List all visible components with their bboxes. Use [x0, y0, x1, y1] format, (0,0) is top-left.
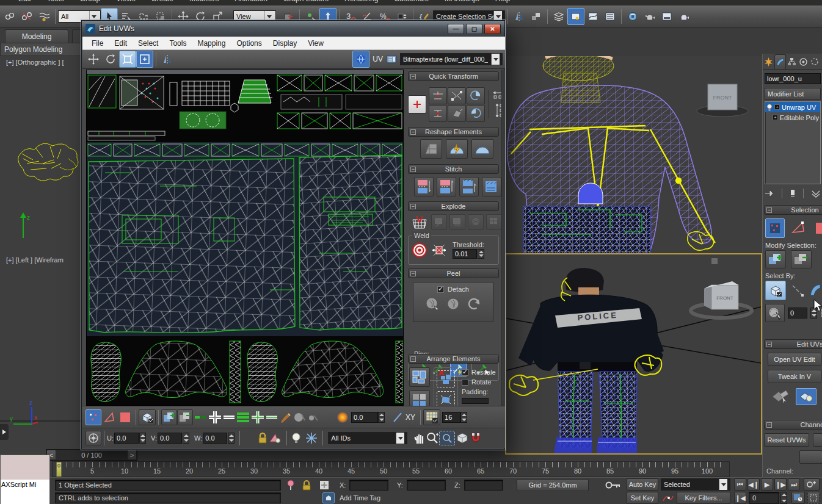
menu-mapping[interactable]: Mapping — [192, 39, 231, 48]
rotate-checkbox[interactable] — [462, 379, 468, 386]
rescale-elements-icon[interactable] — [437, 370, 455, 387]
auto-key-button[interactable]: Auto Key — [627, 478, 658, 491]
vertex-mode-button[interactable] — [765, 218, 785, 238]
zoom-icon[interactable] — [426, 431, 439, 445]
detach-checkbox[interactable] — [437, 286, 444, 293]
go-to-end-button[interactable]: ⏭ — [788, 478, 800, 491]
explode-by-smoothing-icon[interactable] — [468, 214, 484, 230]
reset-uvws-button[interactable]: Reset UVWs — [764, 433, 809, 447]
frame-spinner[interactable] — [780, 492, 787, 504]
viewport-perspective-active[interactable]: FRONT POLICE — [505, 253, 762, 455]
falloff-value-field[interactable]: 0.0 — [351, 412, 378, 423]
modifier-stack-item[interactable]: +Editable Poly — [765, 112, 820, 123]
straighten-selection-icon[interactable] — [420, 139, 442, 159]
menu-file[interactable]: File — [86, 39, 109, 48]
render-setup-icon[interactable] — [641, 8, 658, 25]
align-icon[interactable] — [528, 8, 545, 25]
uv-face-mode-button[interactable] — [117, 409, 133, 425]
selection-lock-toggle-icon[interactable] — [302, 480, 311, 491]
shrink-loop-icon[interactable] — [222, 410, 236, 425]
absolute-offset-toggle[interactable] — [85, 431, 101, 445]
texture-combo[interactable]: Bitmaptexture (lowr_diff_000_ — [400, 53, 503, 65]
maxscript-mini-listener[interactable]: AXScript Mi — [0, 455, 50, 504]
quick-planar-map-icon[interactable] — [771, 388, 790, 404]
planar-angle-icon[interactable] — [809, 283, 821, 298]
grow-ring-icon[interactable] — [250, 410, 265, 425]
uv-vertex-mode-button[interactable] — [85, 409, 101, 425]
grid-size-spinner[interactable] — [460, 412, 467, 423]
falloff-linear-icon[interactable] — [392, 411, 403, 423]
tab-hierarchy[interactable] — [786, 54, 798, 69]
u-spinner[interactable] — [139, 433, 146, 444]
uv-scale-icon[interactable] — [119, 51, 136, 68]
rollout-selection[interactable]: −Selection — [764, 205, 822, 215]
linear-align-icon[interactable] — [448, 87, 466, 104]
menu-animation[interactable]: Animation — [235, 0, 267, 3]
grow-loop-icon[interactable] — [208, 410, 222, 425]
modifier-stack-item[interactable]: +Unwrap UV — [765, 102, 820, 112]
uv-freeform-icon[interactable] — [136, 51, 153, 68]
ribbon-tab-modeling[interactable]: Modeling — [5, 29, 68, 43]
play-button[interactable]: ▶ — [761, 478, 773, 491]
modifier-list-dropdown[interactable]: Modifier List — [765, 88, 821, 100]
pack-together-icon[interactable] — [409, 391, 430, 406]
rollout-arrange-elements[interactable]: −Arrange Elements — [408, 354, 499, 364]
reset-peel-icon[interactable] — [466, 296, 482, 312]
uvw-titlebar[interactable]: Edit UVWs — ▢ ✕ — [82, 21, 504, 37]
menu-view[interactable]: View — [302, 39, 329, 48]
tab-create[interactable] — [763, 54, 774, 69]
target-weld-icon[interactable] — [411, 242, 428, 259]
menu-modifiers[interactable]: Modifiers — [189, 0, 219, 3]
align-vertical-icon[interactable] — [429, 105, 447, 122]
uv-mirror-icon[interactable] — [159, 51, 176, 68]
viewport-nav-region-button[interactable] — [807, 492, 820, 504]
align-pivot-button[interactable] — [408, 95, 426, 113]
x-coord-field[interactable] — [349, 480, 388, 491]
u-field[interactable]: 0.0 — [114, 433, 139, 444]
curve-editor-icon[interactable] — [584, 8, 602, 25]
prev-frame-step-button[interactable]: ❙◀ — [734, 492, 746, 504]
uv-space-label[interactable]: UV — [373, 55, 383, 63]
brush-size-up-icon[interactable] — [293, 410, 307, 425]
menu-maxscript[interactable]: MAXScript — [445, 0, 479, 3]
menu-help[interactable]: Help — [495, 0, 511, 3]
show-hidden-edges-bulb-icon[interactable] — [292, 432, 300, 444]
mirror-icon[interactable] — [511, 8, 528, 25]
set-key-button[interactable]: Set Key — [627, 492, 658, 504]
matid-filter-combo[interactable]: All IDs — [328, 432, 407, 444]
toggle-scene-explorer-icon[interactable] — [567, 8, 584, 25]
uv-grow-selection-icon[interactable] — [161, 409, 177, 425]
save-uvws-button[interactable] — [813, 433, 822, 447]
polygon-mode-button[interactable] — [812, 218, 822, 238]
rollout-stitch[interactable]: −Stitch — [408, 164, 499, 174]
menu-group[interactable]: Group — [80, 0, 100, 3]
space-quad-icon[interactable] — [448, 105, 466, 122]
configure-modifier-sets-icon[interactable] — [811, 189, 821, 198]
menu-edit[interactable]: Edit — [18, 0, 31, 3]
relax-tool-icon[interactable] — [471, 139, 493, 159]
zoom-extents-cube-icon[interactable] — [455, 431, 470, 445]
load-uvws-button[interactable] — [799, 450, 822, 464]
menu-create[interactable]: Create — [151, 0, 173, 3]
shrink-ring-icon[interactable] — [265, 410, 278, 425]
options-icon[interactable] — [386, 54, 397, 64]
w-spinner[interactable] — [228, 433, 235, 444]
maximize-button[interactable]: ▢ — [466, 24, 482, 34]
lock-selection-icon[interactable] — [257, 432, 268, 444]
pack-normalize-icon[interactable] — [409, 367, 430, 387]
render-production-icon[interactable] — [675, 8, 693, 25]
material-editor-icon[interactable] — [624, 8, 641, 25]
menu-tools[interactable]: Tools — [164, 39, 192, 48]
matid-spinner[interactable] — [810, 308, 817, 319]
v-spinner[interactable] — [183, 433, 189, 444]
threshold-spinner[interactable] — [478, 249, 484, 259]
rollout-peel[interactable]: −Peel — [408, 268, 499, 278]
z-coord-field[interactable] — [464, 480, 503, 491]
bind-to-space-warp-icon[interactable] — [35, 8, 53, 25]
menu-customize[interactable]: Customize — [394, 0, 429, 3]
modifier-stack[interactable]: +Unwrap UV+Editable Poly — [765, 101, 821, 184]
menu-display[interactable]: Display — [267, 39, 302, 48]
explode-by-face-icon[interactable] — [486, 214, 501, 230]
unlink-selection-icon[interactable] — [18, 8, 35, 25]
select-by-smoothing-group-icon[interactable] — [765, 304, 785, 322]
